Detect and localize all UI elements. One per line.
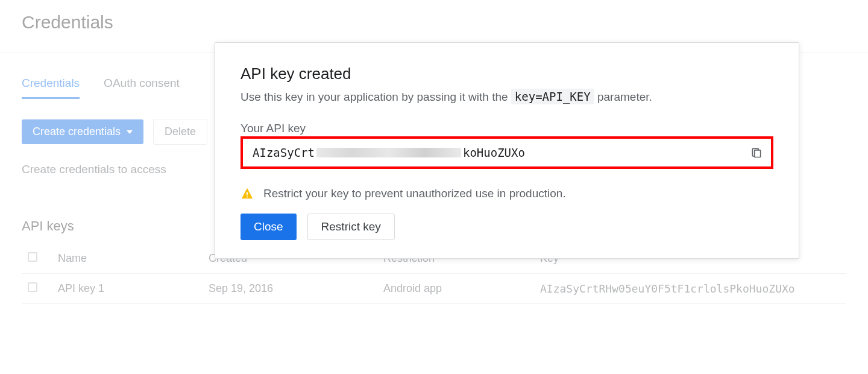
api-key-suffix: koHuoZUXo xyxy=(463,146,525,159)
close-button[interactable]: Close xyxy=(241,214,297,240)
row-checkbox[interactable] xyxy=(28,282,37,292)
cell-key: AIzaSyCrtRHw05euY0F5tF1crlolsPkoHuoZUXo xyxy=(534,274,846,304)
col-name: Name xyxy=(52,244,203,274)
api-key-field-label: Your API key xyxy=(241,122,773,135)
warning-text: Restrict your key to prevent unauthorize… xyxy=(263,187,566,200)
delete-button[interactable]: Delete xyxy=(153,119,207,145)
api-key-value-box[interactable]: AIzaSyCrt koHuoZUXo xyxy=(241,136,773,169)
create-credentials-button[interactable]: Create credentials xyxy=(22,119,143,144)
warning-row: Restrict your key to prevent unauthorize… xyxy=(241,187,773,200)
dialog-title: API key created xyxy=(241,65,773,83)
dialog-subtitle: Use this key in your application by pass… xyxy=(241,88,773,106)
select-all-checkbox[interactable] xyxy=(28,252,37,262)
page-title: Credentials xyxy=(22,12,846,33)
dialog-actions: Close Restrict key xyxy=(241,214,773,240)
dialog-sub-pre: Use this key in your application by pass… xyxy=(241,90,511,103)
api-key-created-dialog: API key created Use this key in your app… xyxy=(215,42,799,259)
svg-rect-0 xyxy=(755,150,761,157)
api-key-prefix: AIzaSyCrt xyxy=(253,146,315,159)
cell-name: API key 1 xyxy=(52,274,203,304)
cell-created: Sep 19, 2016 xyxy=(203,274,377,304)
tab-oauth-consent[interactable]: OAuth consent xyxy=(104,77,180,99)
chevron-down-icon xyxy=(127,130,133,134)
svg-rect-2 xyxy=(247,196,248,197)
dialog-sub-post: parameter. xyxy=(594,90,652,103)
copy-icon[interactable] xyxy=(750,146,763,159)
create-credentials-label: Create credentials xyxy=(33,125,121,138)
redacted-smudge xyxy=(316,148,461,157)
restrict-key-button[interactable]: Restrict key xyxy=(307,214,395,240)
cell-restriction: Android app xyxy=(377,274,534,304)
warning-icon xyxy=(241,187,254,200)
tab-credentials[interactable]: Credentials xyxy=(22,77,80,99)
code-chip: key=API_KEY xyxy=(511,89,594,104)
table-row[interactable]: API key 1 Sep 19, 2016 Android app AIzaS… xyxy=(22,274,846,304)
svg-rect-1 xyxy=(247,192,248,195)
